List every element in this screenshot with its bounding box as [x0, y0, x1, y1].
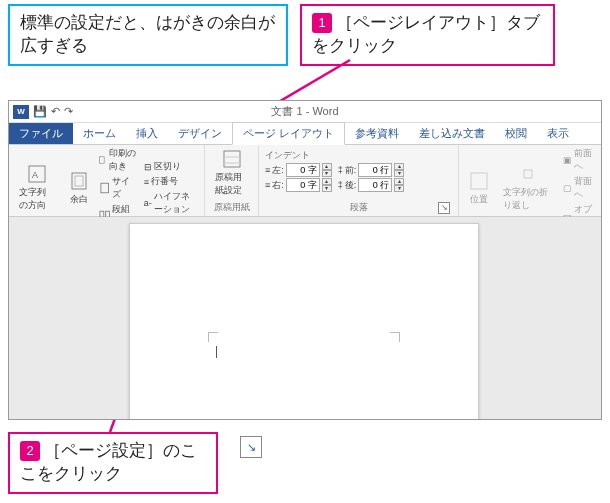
callout-note: 標準の設定だと、はがきの余白が広すぎる	[8, 4, 288, 66]
hyphenation-button[interactable]: a-ハイフネーション	[144, 190, 198, 216]
svg-rect-4	[99, 157, 104, 163]
save-icon[interactable]: 💾	[33, 105, 47, 118]
page	[129, 223, 479, 419]
size-button[interactable]: サイズ	[99, 175, 138, 201]
indent-label: インデント	[265, 149, 310, 162]
group-genkou: 原稿用紙設定 原稿用紙	[205, 145, 259, 216]
group-label-paragraph: 段落 ↘	[265, 199, 452, 216]
launcher-icon-zoom: ↘	[240, 436, 262, 458]
tab-mailings[interactable]: 差し込み文書	[409, 123, 495, 144]
svg-rect-8	[224, 151, 240, 167]
step-number-1: 1	[312, 13, 332, 33]
document-area[interactable]	[9, 217, 601, 419]
crop-mark-tl	[208, 332, 218, 342]
callout-step2: 2［ページ設定］のここをクリック	[8, 432, 218, 494]
group-arrange: 位置 文字列の折り返し ▣前面へ ▢背面へ ▭オブジェ	[459, 145, 601, 216]
word-window: W 💾 ↶ ↷ 文書 1 - Word ファイル ホーム 挿入 デザイン ページ…	[8, 100, 602, 420]
indent-right[interactable]: ≡ 右:▴▾	[265, 178, 332, 192]
line-numbers-button[interactable]: ≡行番号	[144, 175, 198, 188]
bring-forward: ▣前面へ	[563, 147, 595, 173]
breaks-button[interactable]: ⊟区切り	[144, 160, 198, 173]
titlebar: W 💾 ↶ ↷ 文書 1 - Word	[9, 101, 601, 123]
svg-rect-11	[471, 173, 487, 189]
svg-rect-3	[75, 176, 83, 186]
tab-references[interactable]: 参考資料	[345, 123, 409, 144]
indent-left[interactable]: ≡ 左:▴▾	[265, 163, 332, 177]
quick-access-toolbar: 💾 ↶ ↷	[33, 105, 73, 118]
spacing-before[interactable]: ‡ 前:▴▾	[338, 163, 405, 177]
group-paragraph: インデント ≡ 左:▴▾ ‡ 前:▴▾ ≡ 右:▴▾ ‡ 後:▴▾ 段落 ↘	[259, 145, 459, 216]
callout-step1: 1［ページレイアウト］タブをクリック	[300, 4, 555, 66]
svg-text:A: A	[32, 170, 38, 180]
send-backward: ▢背面へ	[563, 175, 595, 201]
ribbon: A 文字列の方向 余白 印刷の向き サイズ 段組み ⊟区切り ≡行番号 a-ハイ…	[9, 145, 601, 217]
orientation-button[interactable]: 印刷の向き	[99, 147, 138, 173]
tab-view[interactable]: 表示	[537, 123, 579, 144]
svg-rect-12	[524, 170, 532, 178]
window-title: 文書 1 - Word	[271, 104, 338, 119]
undo-icon[interactable]: ↶	[51, 105, 60, 118]
group-page-setup: A 文字列の方向 余白 印刷の向き サイズ 段組み ⊟区切り ≡行番号 a-ハイ…	[9, 145, 205, 216]
svg-rect-2	[72, 173, 86, 189]
text-cursor	[216, 346, 217, 358]
genkou-button[interactable]: 原稿用紙設定	[211, 147, 252, 199]
step-number-2: 2	[20, 441, 40, 461]
tab-insert[interactable]: 挿入	[126, 123, 168, 144]
redo-icon[interactable]: ↷	[64, 105, 73, 118]
tab-page-layout[interactable]: ページ レイアウト	[232, 122, 345, 145]
tab-design[interactable]: デザイン	[168, 123, 232, 144]
word-icon: W	[13, 105, 29, 119]
tab-home[interactable]: ホーム	[73, 123, 126, 144]
tab-file[interactable]: ファイル	[9, 123, 73, 144]
group-label-genkou: 原稿用紙	[211, 199, 252, 216]
ribbon-tabs: ファイル ホーム 挿入 デザイン ページ レイアウト 参考資料 差し込み文書 校…	[9, 123, 601, 145]
paragraph-launcher[interactable]: ↘	[438, 202, 450, 214]
spacing-after[interactable]: ‡ 後:▴▾	[338, 178, 405, 192]
crop-mark-tr	[390, 332, 400, 342]
tab-review[interactable]: 校閲	[495, 123, 537, 144]
svg-rect-5	[101, 183, 109, 192]
